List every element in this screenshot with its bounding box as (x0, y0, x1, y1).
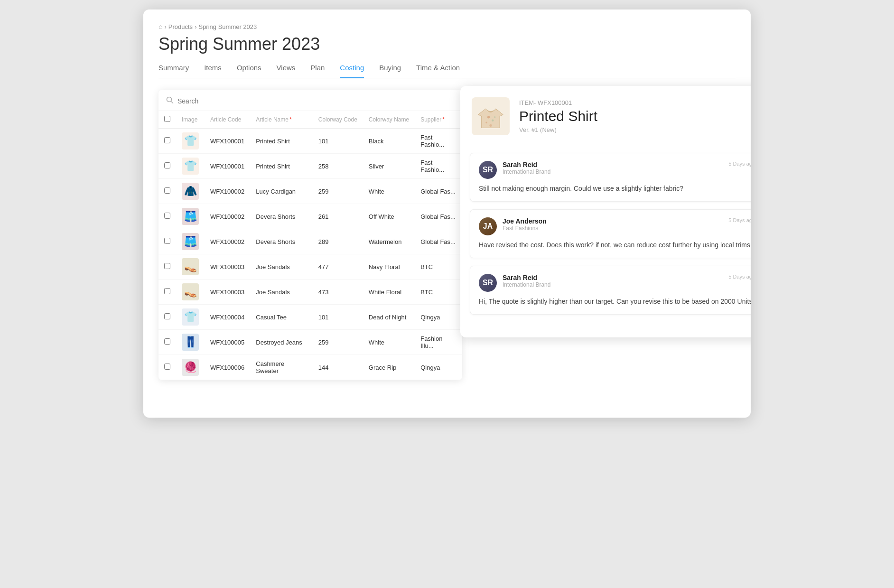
row-checkbox[interactable] (164, 162, 170, 168)
cell-article-name: Printed Shirt (250, 129, 313, 154)
breadcrumb-products[interactable]: Products (168, 23, 193, 30)
comment-header: SR Sarah Reid International Brand 5 Days… (479, 274, 751, 292)
breadcrumb-collection: Spring Summer 2023 (198, 23, 257, 30)
row-checkbox[interactable] (164, 338, 170, 345)
col-image: Image (176, 111, 205, 129)
row-checkbox[interactable] (164, 263, 170, 269)
comment-meta: Joe Anderson Fast Fashions (503, 217, 723, 232)
cell-colorway-code: 101 (313, 305, 363, 330)
tab-options[interactable]: Options (237, 64, 261, 78)
cell-colorway-name: Navy Floral (363, 254, 415, 280)
product-thumbnail: 🧶 (182, 359, 199, 376)
detail-product-info: ITEM- WFX100001 Printed Shirt Ver. #1 (N… (519, 99, 751, 133)
breadcrumb: ⌂ › Products › Spring Summer 2023 (158, 23, 736, 30)
svg-point-4 (492, 120, 494, 121)
table-row[interactable]: 🧥 WFX100002 Lucy Cardigan 259 White Glob… (158, 179, 462, 204)
tab-costing[interactable]: Costing (340, 64, 364, 78)
comment-org: International Brand (503, 281, 723, 288)
cell-colorway-name: White (363, 330, 415, 355)
comment-meta: Sarah Reid International Brand (503, 161, 723, 175)
cell-colorway-name: Off White (363, 204, 415, 229)
comment-avatar: SR (479, 161, 497, 179)
tab-plan[interactable]: Plan (310, 64, 325, 78)
col-colorway-code: Colorway Code (313, 111, 363, 129)
main-window: ⌂ › Products › Spring Summer 2023 Spring… (143, 9, 751, 418)
table-row[interactable]: 🩳 WFX100002 Devera Shorts 289 Watermelon… (158, 229, 462, 254)
row-checkbox[interactable] (164, 313, 170, 319)
comment-card: JA Joe Anderson Fast Fashions 5 Days ago… (470, 209, 751, 258)
breadcrumb-separator2: › (195, 23, 196, 30)
row-checkbox[interactable] (164, 288, 170, 294)
product-thumbnail: 👡 (182, 258, 199, 275)
products-table: Image Article Code Article Name Colorway… (158, 111, 462, 380)
home-icon: ⌂ (158, 23, 162, 30)
tab-items[interactable]: Items (204, 64, 222, 78)
cell-supplier: Global Fas... (415, 204, 462, 229)
search-icon (166, 96, 174, 106)
tab-views[interactable]: Views (277, 64, 296, 78)
cell-colorway-code: 473 (313, 280, 363, 305)
col-supplier: Supplier (415, 111, 462, 129)
col-colorway-name: Colorway Name (363, 111, 415, 129)
svg-point-6 (494, 116, 496, 118)
search-input[interactable] (177, 97, 272, 105)
cell-colorway-name: White Floral (363, 280, 415, 305)
cell-supplier: Fast Fashio... (415, 154, 462, 179)
cell-colorway-code: 477 (313, 254, 363, 280)
tab-summary[interactable]: Summary (158, 64, 189, 78)
table-row[interactable]: 👕 WFX100001 Printed Shirt 258 Silver Fas… (158, 154, 462, 179)
cell-supplier: Global Fas... (415, 229, 462, 254)
cell-article-code: WFX100005 (205, 330, 250, 355)
table-row[interactable]: 👕 WFX100001 Printed Shirt 101 Black Fast… (158, 129, 462, 154)
cell-colorway-name: Grace Rip (363, 355, 415, 380)
comment-body: Still not making enough margin. Could we… (479, 184, 751, 194)
cell-article-name: Destroyed Jeans (250, 330, 313, 355)
tabs-nav: Summary Items Options Views Plan Costing… (158, 64, 736, 78)
cell-colorway-name: White (363, 179, 415, 204)
cell-article-code: WFX100003 (205, 280, 250, 305)
cell-supplier: BTC (415, 280, 462, 305)
comments-list: SR Sarah Reid International Brand 5 Days… (460, 153, 751, 315)
cell-supplier: Fashion Illu... (415, 330, 462, 355)
cell-article-code: WFX100001 (205, 129, 250, 154)
product-thumbnail: 👕 (182, 158, 199, 175)
cell-article-code: WFX100002 (205, 229, 250, 254)
product-thumbnail: 👕 (182, 132, 199, 149)
page-title: Spring Summer 2023 (158, 34, 736, 54)
cell-colorway-code: 101 (313, 129, 363, 154)
table-row[interactable]: 👖 WFX100005 Destroyed Jeans 259 White Fa… (158, 330, 462, 355)
cell-article-code: WFX100002 (205, 204, 250, 229)
product-thumbnail: 👖 (182, 334, 199, 351)
comment-author: Joe Anderson (503, 217, 723, 225)
content-area: Image Article Code Article Name Colorway… (158, 78, 736, 380)
cell-article-name: Casual Tee (250, 305, 313, 330)
row-checkbox[interactable] (164, 137, 170, 143)
row-checkbox[interactable] (164, 238, 170, 244)
svg-point-5 (486, 121, 488, 123)
cell-article-name: Joe Sandals (250, 254, 313, 280)
cell-colorway-code: 259 (313, 330, 363, 355)
comment-body: Have revised the cost. Does this work? i… (479, 240, 751, 250)
row-checkbox[interactable] (164, 364, 170, 370)
product-thumbnail: 👕 (182, 308, 199, 326)
cell-article-name: Devera Shorts (250, 229, 313, 254)
cell-colorway-code: 261 (313, 204, 363, 229)
tab-time-action[interactable]: Time & Action (416, 64, 460, 78)
product-thumbnail: 🧥 (182, 183, 199, 200)
select-all-checkbox[interactable] (164, 116, 170, 122)
tab-buying[interactable]: Buying (379, 64, 401, 78)
product-image (472, 97, 510, 135)
table-row[interactable]: 👕 WFX100004 Casual Tee 101 Dead of Night… (158, 305, 462, 330)
svg-point-7 (489, 124, 492, 127)
table-row[interactable]: 👡 WFX100003 Joe Sandals 473 White Floral… (158, 280, 462, 305)
col-article-code: Article Code (205, 111, 250, 129)
breadcrumb-separator: › (164, 23, 166, 30)
cell-article-name: Joe Sandals (250, 280, 313, 305)
row-checkbox[interactable] (164, 187, 170, 194)
table-row[interactable]: 👡 WFX100003 Joe Sandals 477 Navy Floral … (158, 254, 462, 280)
comment-time: 5 Days ago (728, 274, 751, 280)
row-checkbox[interactable] (164, 213, 170, 219)
table-row[interactable]: 🩳 WFX100002 Devera Shorts 261 Off White … (158, 204, 462, 229)
table-row[interactable]: 🧶 WFX100006 Cashmere Sweater 144 Grace R… (158, 355, 462, 380)
cell-colorway-code: 144 (313, 355, 363, 380)
